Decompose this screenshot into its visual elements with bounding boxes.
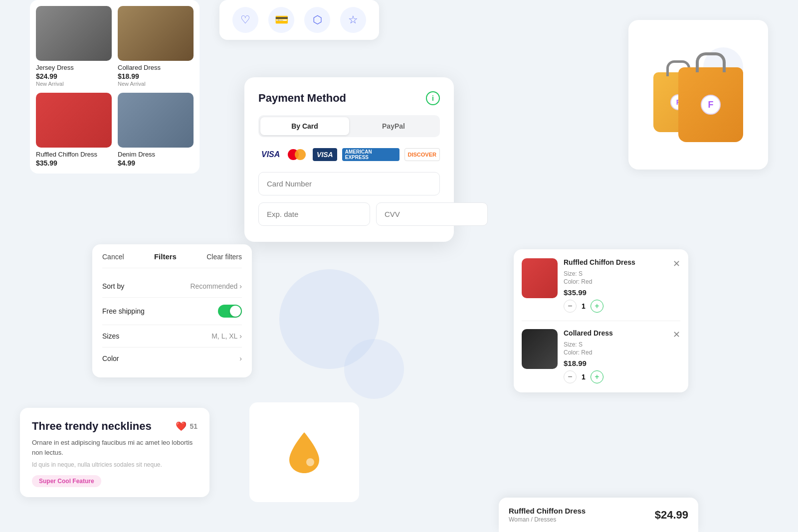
product-price-denim: $4.99 (118, 159, 194, 167)
card-number-input[interactable] (258, 172, 440, 195)
filter-sizes-label: Sizes (102, 332, 119, 340)
product-price-jersey: $24.99 (36, 72, 112, 80)
amex-logo: AMERICAN EXPRESS (342, 148, 399, 161)
heart-filled-icon: ❤️ (176, 421, 187, 432)
product-image-collared (118, 6, 194, 61)
bottom-product-category: Woman / Dresses (509, 516, 586, 523)
product-price-collared: $18.99 (118, 72, 194, 80)
cart-item-size-collared: Size: S (564, 341, 680, 348)
bottom-product-info: Ruffled Chiffon Dress Woman / Dresses (509, 507, 586, 523)
visa-logo: VISA (258, 147, 283, 162)
star-icon-button[interactable]: ☆ (340, 7, 366, 33)
bottom-product-price: $24.99 (655, 509, 688, 522)
cart-remove-chiffon[interactable]: ✕ (673, 258, 680, 269)
cart-panel: Ruffled Chiffon Dress ✕ Size: S Color: R… (514, 249, 688, 392)
cart-item-chiffon: Ruffled Chiffon Dress ✕ Size: S Color: R… (522, 258, 680, 321)
product-image-chiffon (36, 93, 112, 148)
filter-color-value: › (239, 355, 242, 362)
fingerprint-icon-button[interactable]: ⬡ (304, 7, 330, 33)
decrease-qty-chiffon[interactable]: − (564, 300, 577, 313)
increase-qty-chiffon[interactable]: + (591, 300, 603, 313)
cart-item-image-collared (522, 329, 558, 369)
bag-badge-main: F (701, 95, 721, 115)
cart-item-collared: Collared Dress ✕ Size: S Color: Red $18.… (522, 329, 680, 383)
cart-item-name-chiffon: Ruffled Chiffon Dress (564, 258, 635, 266)
cart-item-info-chiffon: Ruffled Chiffon Dress ✕ Size: S Color: R… (564, 258, 680, 313)
svg-point-0 (306, 458, 314, 466)
payment-header: Payment Method i (258, 91, 440, 105)
filter-sort-by[interactable]: Sort by Recommended › (102, 275, 242, 298)
cart-item-size-chiffon: Size: S (564, 270, 680, 277)
filters-title: Filters (154, 252, 177, 261)
mastercard-logo (288, 148, 308, 162)
payment-title: Payment Method (258, 92, 346, 105)
tab-by-card[interactable]: By Card (260, 117, 349, 135)
card-details-row (258, 202, 440, 226)
filter-sizes[interactable]: Sizes M, L, XL › (102, 325, 242, 348)
blog-description: Ornare in est adipiscing faucibus mi ac … (32, 438, 198, 457)
cart-item-qty-collared: − 1 + (564, 370, 680, 383)
product-name-collared: Collared Dress (118, 64, 194, 71)
filter-color[interactable]: Color › (102, 348, 242, 369)
discover-logo: DISCOVER (404, 148, 440, 161)
droplet-card (249, 402, 359, 502)
droplet-icon (284, 430, 324, 475)
cart-item-price-collared: $18.99 (564, 359, 680, 367)
exp-date-input[interactable] (258, 202, 370, 226)
chevron-icon: › (239, 355, 242, 362)
qty-num-collared: 1 (582, 373, 586, 381)
cart-item-qty-chiffon: − 1 + (564, 300, 680, 313)
filter-sort-label: Sort by (102, 282, 124, 290)
filter-sort-value: Recommended › (190, 282, 242, 290)
increase-qty-collared[interactable]: + (591, 370, 603, 383)
blog-tag[interactable]: Super Cool Feature (32, 475, 101, 487)
filter-free-shipping: Free shipping (102, 298, 242, 325)
filter-sizes-value: M, L, XL › (211, 332, 242, 340)
filters-panel: Cancel Filters Clear filters Sort by Rec… (92, 244, 252, 377)
product-card-collared[interactable]: Collared Dress $18.99 New Arrival (118, 6, 194, 87)
cart-item-color-chiffon: Color: Red (564, 278, 680, 285)
product-card-chiffon[interactable]: Ruffled Chiffon Dress $35.99 (36, 93, 112, 168)
product-badge-collared: New Arrival (118, 81, 194, 87)
blog-subdescription: Id quis in neque, nulla ultricies sodale… (32, 461, 198, 468)
blog-likes: ❤️ 51 (176, 421, 198, 432)
payment-tabs: By Card PayPal (258, 115, 440, 137)
chevron-icon: › (239, 282, 242, 290)
shopping-bag-card: F F (628, 20, 768, 170)
product-image-denim (118, 93, 194, 148)
bag-main: F (678, 67, 743, 142)
bag-illustration: F F (653, 42, 743, 142)
cart-item-name-collared: Collared Dress (564, 329, 613, 337)
info-icon[interactable]: i (426, 91, 440, 105)
product-name-denim: Denim Dress (118, 151, 194, 158)
qty-num-chiffon: 1 (582, 302, 586, 310)
product-name-chiffon: Ruffled Chiffon Dress (36, 151, 112, 158)
filter-shipping-label: Free shipping (102, 307, 145, 315)
heart-icon-button[interactable]: ♡ (232, 7, 258, 33)
free-shipping-toggle[interactable] (218, 305, 242, 318)
product-card-denim[interactable]: Denim Dress $4.99 (118, 93, 194, 168)
blog-card: Three trendy necklines ❤️ 51 Ornare in e… (20, 408, 209, 497)
cart-item-price-chiffon: $35.99 (564, 288, 680, 297)
cart-item-info-collared: Collared Dress ✕ Size: S Color: Red $18.… (564, 329, 680, 383)
filters-header: Cancel Filters Clear filters (102, 252, 242, 268)
product-badge-jersey: New Arrival (36, 81, 112, 87)
blog-title: Three trendy necklines (32, 420, 152, 433)
cvv-input[interactable] (376, 202, 488, 226)
cancel-button[interactable]: Cancel (102, 253, 124, 261)
product-image-jersey (36, 6, 112, 61)
tab-paypal[interactable]: PayPal (349, 117, 438, 135)
top-icons-card: ♡ 💳 ⬡ ☆ (219, 0, 379, 40)
card-icon-button[interactable]: 💳 (268, 7, 294, 33)
cart-item-image-chiffon (522, 258, 558, 298)
cart-remove-collared[interactable]: ✕ (673, 329, 680, 340)
payment-card: Payment Method i By Card PayPal VISA VIS… (244, 77, 454, 242)
clear-filters-button[interactable]: Clear filters (206, 253, 242, 261)
bottom-product[interactable]: Ruffled Chiffon Dress Woman / Dresses $2… (499, 498, 698, 532)
decrease-qty-collared[interactable]: − (564, 370, 577, 383)
cart-item-color-collared: Color: Red (564, 349, 680, 356)
blog-title-row: Three trendy necklines ❤️ 51 (32, 420, 198, 433)
chevron-icon: › (239, 332, 242, 340)
product-card-jersey[interactable]: Jersey Dress $24.99 New Arrival (36, 6, 112, 87)
likes-count: 51 (190, 422, 198, 430)
